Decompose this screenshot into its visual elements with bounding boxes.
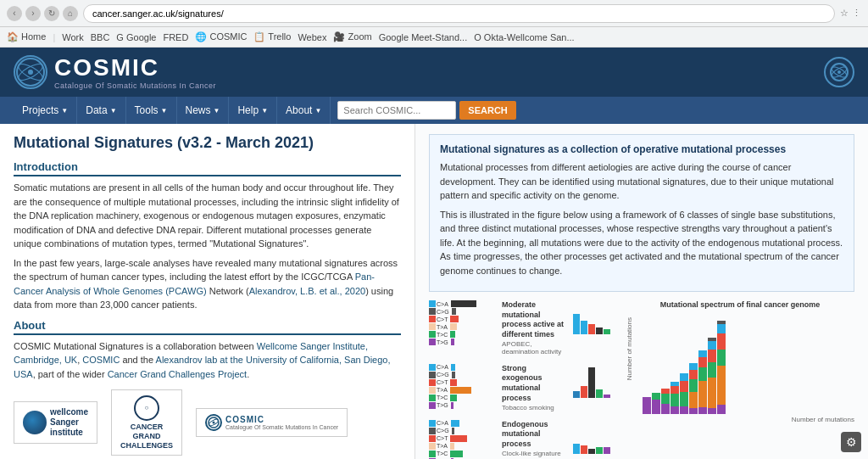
info-box-para2: This is illustrated in the figure below … xyxy=(440,208,843,278)
final-spectrum: Mutational spectrum of final cancer geno… xyxy=(626,300,854,423)
process2-bars: C>A C>G C>T T>A T>C T>G xyxy=(429,364,497,409)
refresh-button[interactable]: ↻ xyxy=(44,6,59,21)
y-axis-label: Number of mutations xyxy=(626,317,633,380)
home-button[interactable]: ⌂ xyxy=(63,6,78,21)
bookmark-bbc[interactable]: BBC xyxy=(91,32,110,42)
svg-point-10 xyxy=(213,422,215,424)
right-panel: Mutational signatures as a collection of… xyxy=(415,124,868,459)
about-para1: COSMIC Mutational Signatures is a collab… xyxy=(14,339,401,382)
browser-controls[interactable]: ‹ › ↻ ⌂ xyxy=(7,6,78,21)
process2: C>A C>G C>T T>A T>C T>G Strong exogenous… xyxy=(429,364,615,411)
process3-bars: C>A C>G C>T T>A T>C T>G xyxy=(429,420,497,460)
help-arrow: ▼ xyxy=(261,107,268,115)
logo-text: COSMIC Catalogue Of Somatic Mutations In… xyxy=(54,54,216,90)
news-arrow: ▼ xyxy=(214,107,220,115)
main-content: Mutational Signatures (v3.2 - March 2021… xyxy=(0,124,868,459)
nav-help[interactable]: Help ▼ xyxy=(229,97,277,124)
browser-bar: ‹ › ↻ ⌂ ☆ ⋮ xyxy=(0,0,868,27)
nav-data[interactable]: Data ▼ xyxy=(77,97,125,124)
process3-label: Endogenous mutational process Clock-like… xyxy=(502,420,568,457)
gear-icon[interactable]: ⚙ xyxy=(841,432,861,452)
process2-label: Strong exogenous mutational process Toba… xyxy=(502,364,568,411)
svg-point-3 xyxy=(28,70,33,75)
search-box: SEARCH xyxy=(337,101,515,120)
bookmark-zoom[interactable]: 🎥 Zoom xyxy=(333,31,371,42)
sanger-text: wellcome Sanger institute xyxy=(50,407,88,438)
page-title: Mutational Signatures (v3.2 - March 2021… xyxy=(14,134,401,152)
bookmark-cosmic[interactable]: 🌐 COSMIC xyxy=(195,31,247,42)
about-arrow: ▼ xyxy=(314,107,321,115)
header-right-icon xyxy=(824,57,854,87)
intro-para2: In the past few years, large-scale analy… xyxy=(14,256,401,312)
cgc-circle: ○ xyxy=(134,395,159,421)
alexandrov-link[interactable]: Alexandrov, L.B. et al., 2020 xyxy=(249,286,365,296)
cosmic-small-logo: COSMIC Catalogue Of Somatic Mutations In… xyxy=(205,414,338,431)
bookmark-home[interactable]: 🏠 Home xyxy=(7,31,46,42)
bookmark-okta[interactable]: O Okta-Wellcome San... xyxy=(474,32,574,42)
forward-button[interactable]: › xyxy=(25,6,41,21)
intro-heading: Introduction xyxy=(14,160,401,176)
tools-arrow: ▼ xyxy=(161,107,168,115)
bookmark-fred[interactable]: FRED xyxy=(163,32,188,42)
process1-label: Moderate mutational process active at di… xyxy=(502,300,568,355)
cgc-link[interactable]: Cancer Grand Challenges Project xyxy=(108,369,247,379)
chart-area: C>A C>G C>T T>A T>C T>G Moderate mutatio… xyxy=(429,300,854,459)
data-arrow: ▼ xyxy=(110,107,117,115)
info-box: Mutational signatures as a collection of… xyxy=(429,134,854,292)
process2-chart xyxy=(573,364,615,398)
process3: C>A C>G C>T T>A T>C T>G Endogenous mutat… xyxy=(429,420,615,460)
sanger-icon xyxy=(23,411,47,434)
url-bar[interactable] xyxy=(83,4,835,23)
projects-arrow: ▼ xyxy=(61,107,68,115)
bookmark-google[interactable]: G Google xyxy=(116,32,156,42)
left-panel: Mutational Signatures (v3.2 - March 2021… xyxy=(0,124,415,459)
cgc-logo: ○ CANCERGRANDCHALLENGES xyxy=(120,395,173,450)
final-title: Mutational spectrum of final cancer geno… xyxy=(626,300,854,309)
bookmark-trello[interactable]: 📋 Trello xyxy=(253,31,291,42)
process1-bars: C>A C>G C>T T>A T>C T>G xyxy=(429,300,497,345)
cosmic-small-text: COSMIC Catalogue Of Somatic Mutations In… xyxy=(225,415,338,430)
bookmark-work[interactable]: Work xyxy=(62,32,83,42)
num-mutations-label: Number of mutations xyxy=(792,416,854,423)
logo-subtitle: Catalogue Of Somatic Mutations In Cancer xyxy=(54,81,216,90)
nav-tools[interactable]: Tools ▼ xyxy=(126,97,177,124)
bookmark-gmeet[interactable]: Google Meet-Stand... xyxy=(379,32,468,42)
info-box-para1: Mutational processes from different aeti… xyxy=(440,160,843,203)
mutation-processes: C>A C>G C>T T>A T>C T>G Moderate mutatio… xyxy=(429,300,615,459)
cgc-text: CANCERGRANDCHALLENGES xyxy=(120,423,173,450)
logos-row: wellcome Sanger institute ○ CANCERGRANDC… xyxy=(14,389,401,456)
nav-bar: Projects ▼ Data ▼ Tools ▼ News ▼ Help ▼ … xyxy=(0,97,868,124)
final-chart-bars xyxy=(626,312,854,414)
browser-menu[interactable]: ⋮ xyxy=(852,8,861,19)
back-button[interactable]: ‹ xyxy=(7,6,22,21)
cgc-logo-box: ○ CANCERGRANDCHALLENGES xyxy=(111,389,182,456)
nav-projects[interactable]: Projects ▼ xyxy=(14,97,77,124)
cosmic-logo: COSMIC Catalogue Of Somatic Mutations In… xyxy=(14,54,216,90)
nav-about[interactable]: About ▼ xyxy=(277,97,331,124)
cosmic-small-icon xyxy=(205,414,222,431)
nav-news[interactable]: News ▼ xyxy=(177,97,230,124)
info-box-title: Mutational signatures as a collection of… xyxy=(440,143,843,155)
process1-chart xyxy=(573,300,615,334)
process3-chart xyxy=(573,420,615,454)
sanger-logo-box: wellcome Sanger institute xyxy=(14,401,97,444)
cosmic-link[interactable]: COSMIC xyxy=(82,355,120,365)
sanger-logo: wellcome Sanger institute xyxy=(23,407,88,438)
site-header: COSMIC Catalogue Of Somatic Mutations In… xyxy=(0,48,868,97)
search-button[interactable]: SEARCH xyxy=(459,101,515,120)
bookmarks-bar: 🏠 Home | Work BBC G Google FRED 🌐 COSMIC… xyxy=(0,27,868,48)
svg-point-7 xyxy=(837,70,841,74)
bookmark-webex[interactable]: Webex xyxy=(298,32,326,42)
bookmark-star[interactable]: ☆ xyxy=(840,8,849,19)
logo-title: COSMIC xyxy=(54,54,216,81)
search-input[interactable] xyxy=(337,101,456,120)
intro-para1: Somatic mutations are present in all cel… xyxy=(14,181,401,251)
process1: C>A C>G C>T T>A T>C T>G Moderate mutatio… xyxy=(429,300,615,355)
about-heading: About xyxy=(14,319,401,335)
cosmic-small-logo-box: COSMIC Catalogue Of Somatic Mutations In… xyxy=(196,408,348,437)
logo-icon xyxy=(14,55,47,89)
